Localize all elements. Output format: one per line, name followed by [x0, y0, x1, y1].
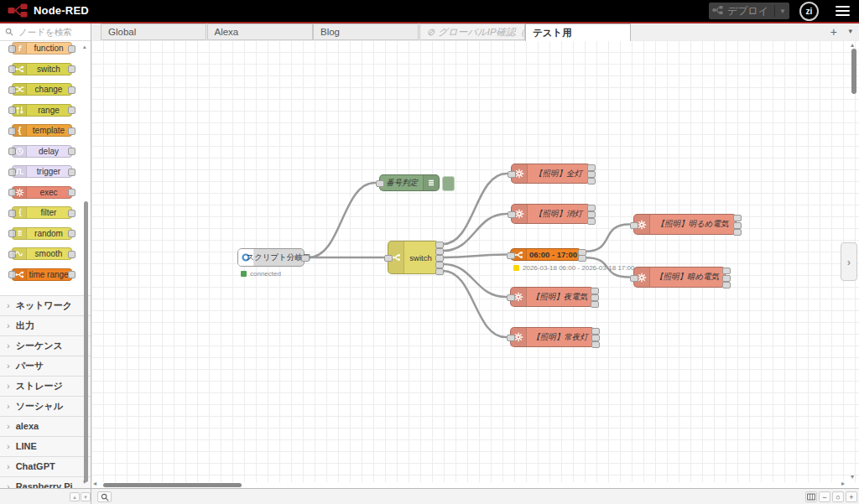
palette-category-Raspberry Pi[interactable]: ›Raspberry Pi [0, 477, 91, 490]
node-port-output[interactable] [591, 301, 599, 308]
node-port-output[interactable] [435, 262, 444, 268]
canvas-scroll-up-icon[interactable]: ▴ [851, 41, 854, 49]
add-flow-button[interactable]: + [830, 25, 837, 39]
palette-node-smooth[interactable]: smooth [12, 247, 72, 260]
palette-search-input[interactable] [17, 26, 87, 38]
canvas-scroll-right-icon[interactable]: ▸ [841, 480, 845, 487]
flow-canvas[interactable]: スクリプト分岐用connected番号判定switch【照明】全灯【照明】消灯0… [91, 40, 859, 482]
palette-node-switch[interactable]: switch [12, 63, 72, 75]
palette-category-パーサ[interactable]: ›パーサ [0, 356, 91, 377]
palette-category-ストレージ[interactable]: ›ストレージ [0, 377, 91, 397]
node-port-output[interactable] [435, 248, 444, 255]
deploy-caret-icon[interactable]: ▼ [779, 8, 786, 15]
node-port-input[interactable] [508, 211, 516, 218]
palette-node-trigger[interactable]: trigger [12, 165, 72, 178]
canvas-hscrollbar-thumb[interactable] [103, 483, 242, 487]
node-port-output[interactable] [578, 255, 586, 262]
tab-Blog[interactable]: Blog [313, 23, 419, 40]
node-port-input[interactable] [508, 171, 516, 178]
palette-category-出力[interactable]: ›出力 [0, 316, 91, 336]
palette-category-シーケンス[interactable]: ›シーケンス [0, 336, 91, 356]
node-port-output[interactable] [587, 178, 596, 184]
node-port-output[interactable] [587, 171, 596, 178]
palette-category-ソーシャル[interactable]: ›ソーシャル [0, 397, 91, 417]
palette-collapse-button[interactable]: ▲ [70, 492, 80, 501]
palette-scrollbar-thumb[interactable] [84, 201, 88, 482]
flow-node-switch[interactable]: switch [388, 241, 439, 274]
node-port-input[interactable] [384, 255, 393, 262]
node-port-output[interactable] [722, 282, 731, 288]
tab-グローバルIP確認（オレン[interactable]: ⊘グローバルIP確認（オレン [419, 23, 525, 40]
node-port-output[interactable] [587, 218, 596, 225]
palette-category-LINE[interactable]: ›LINE [0, 437, 91, 457]
node-port-output[interactable] [435, 255, 444, 262]
node-port-output[interactable] [733, 215, 742, 221]
flow-node-label: 【照明】全灯 [527, 164, 590, 183]
palette-category-alexa[interactable]: ›alexa [0, 417, 91, 437]
node-port-input[interactable] [630, 222, 638, 229]
canvas-scroll-left-icon[interactable]: ◂ [93, 480, 96, 487]
node-port-output[interactable] [591, 341, 600, 348]
flow-node-akarume[interactable]: 【照明】明るめ電気 [633, 214, 737, 235]
node-port-output[interactable] [591, 288, 599, 294]
palette-scroll-down-icon[interactable]: ▾ [83, 479, 86, 486]
node-port-input[interactable] [507, 294, 515, 301]
palette-scroll-up-icon[interactable]: ▴ [83, 44, 86, 50]
canvas-search-button[interactable] [97, 491, 112, 502]
palette-node-time-range[interactable]: time range [12, 268, 72, 281]
palette-node-function[interactable]: ffunction [12, 42, 72, 55]
node-port-output[interactable] [435, 242, 444, 248]
tab-Global[interactable]: Global [101, 23, 206, 40]
main-menu-icon[interactable] [836, 6, 850, 17]
flow-node-shoutou[interactable]: 【照明】消灯 [511, 204, 591, 224]
zoom-in-button[interactable]: + [846, 491, 857, 502]
flow-node-timerange[interactable]: 06:00 - 17:002026-03-18 06:00 - 2026-03-… [510, 248, 581, 261]
palette-category-ネットワーク[interactable]: ›ネットワーク [0, 296, 91, 316]
node-port-output[interactable] [587, 211, 596, 218]
flow-node-zentou[interactable]: 【照明】全灯 [511, 164, 591, 184]
node-port-output[interactable] [591, 335, 600, 341]
flow-node-jouya[interactable]: 【照明】常夜灯 [510, 327, 595, 347]
canvas-scroll-down-icon[interactable]: ▾ [851, 473, 854, 481]
palette-node-delay[interactable]: delay [12, 145, 72, 158]
tab-label: Global [108, 27, 136, 37]
node-port-output[interactable] [301, 255, 310, 262]
navigator-toggle-button[interactable] [805, 491, 817, 502]
debug-toggle-button[interactable] [442, 176, 455, 191]
node-port-output[interactable] [733, 229, 742, 236]
zoom-reset-button[interactable]: ○ [832, 491, 844, 502]
node-port-output[interactable] [722, 268, 731, 274]
node-port-input[interactable] [630, 275, 638, 282]
flow-node-bangou[interactable]: 番号判定 [379, 174, 440, 191]
flow-list-menu-icon[interactable]: ▾ [848, 27, 852, 35]
node-port-output[interactable] [591, 328, 600, 335]
node-port-output[interactable] [587, 205, 596, 211]
node-port-output[interactable] [722, 275, 731, 282]
sidebar-expand-button[interactable]: › [841, 242, 857, 281]
palette-node-filter[interactable]: filter [12, 206, 72, 219]
node-port-output[interactable] [435, 268, 444, 275]
node-port-output[interactable] [587, 164, 596, 171]
flow-node-script[interactable]: スクリプト分岐用connected [237, 248, 305, 267]
canvas-vscrollbar-thumb[interactable] [851, 49, 856, 94]
node-port-input[interactable] [507, 252, 515, 259]
palette-node-exec[interactable]: exec [12, 186, 72, 199]
palette-search[interactable] [0, 23, 91, 41]
palette-node-range[interactable]: range [12, 104, 72, 117]
palette-expand-button[interactable]: ▼ [81, 492, 91, 501]
zoom-out-button[interactable]: − [819, 491, 830, 502]
palette-category-ChatGPT[interactable]: ›ChatGPT [0, 457, 91, 477]
palette-node-template[interactable]: {template [12, 124, 72, 137]
tab-Alexa[interactable]: Alexa [207, 23, 313, 40]
flow-node-kurame[interactable]: 【照明】暗め電気 [633, 267, 726, 288]
flow-node-yoru[interactable]: 【照明】夜電気 [510, 287, 594, 307]
user-avatar[interactable]: zi [799, 2, 819, 21]
palette-node-random[interactable]: random [12, 227, 72, 240]
node-port-input[interactable] [507, 335, 515, 341]
node-port-output[interactable] [733, 222, 742, 229]
tab-テスト用[interactable]: テスト用 [525, 23, 631, 41]
node-port-output[interactable] [591, 294, 599, 301]
node-port-input[interactable] [376, 180, 384, 187]
deploy-button[interactable]: デプロイ ▼ [709, 3, 789, 19]
palette-node-change[interactable]: change [12, 83, 72, 96]
